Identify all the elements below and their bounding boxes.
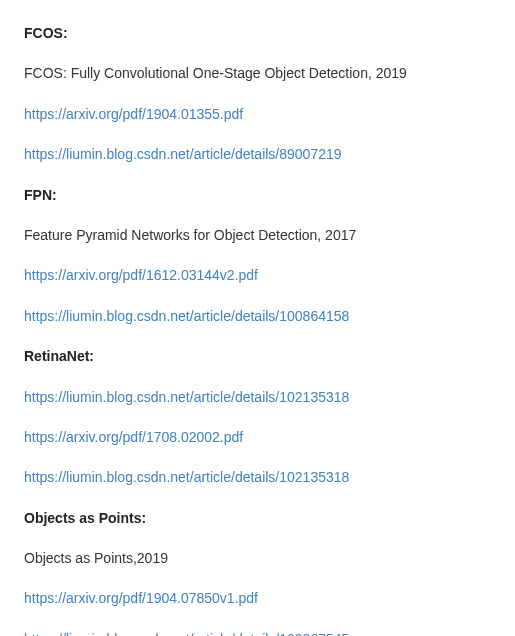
link-retinanet-csdn-2[interactable]: https://liumin.blog.csdn.net/article/det… — [24, 469, 349, 485]
link-line: https://liumin.blog.csdn.net/article/det… — [24, 143, 491, 165]
text-objects-as-points-title: Objects as Points,2019 — [24, 547, 491, 569]
link-line: https://liumin.blog.csdn.net/article/det… — [24, 466, 491, 488]
section-heading-fcos: FCOS: — [24, 22, 491, 44]
link-fpn-arxiv[interactable]: https://arxiv.org/pdf/1612.03144v2.pdf — [24, 267, 258, 283]
link-objects-arxiv[interactable]: https://arxiv.org/pdf/1904.07850v1.pdf — [24, 590, 258, 606]
section-heading-fpn: FPN: — [24, 184, 491, 206]
link-line: https://arxiv.org/pdf/1904.01355.pdf — [24, 103, 491, 125]
link-fcos-arxiv[interactable]: https://arxiv.org/pdf/1904.01355.pdf — [24, 106, 243, 122]
text-fcos-title: FCOS: Fully Convolutional One-Stage Obje… — [24, 62, 491, 84]
link-fpn-csdn[interactable]: https://liumin.blog.csdn.net/article/det… — [24, 308, 349, 324]
document-content: FCOS: FCOS: Fully Convolutional One-Stag… — [24, 22, 491, 636]
link-fcos-csdn[interactable]: https://liumin.blog.csdn.net/article/det… — [24, 146, 342, 162]
link-line: https://arxiv.org/pdf/1904.07850v1.pdf — [24, 587, 491, 609]
link-line: https://liumin.blog.csdn.net/article/det… — [24, 386, 491, 408]
link-line: https://arxiv.org/pdf/1708.02002.pdf — [24, 426, 491, 448]
link-retinanet-arxiv[interactable]: https://arxiv.org/pdf/1708.02002.pdf — [24, 429, 243, 445]
section-heading-objects-as-points: Objects as Points: — [24, 507, 491, 529]
link-line: https://arxiv.org/pdf/1612.03144v2.pdf — [24, 264, 491, 286]
link-line: https://liumin.blog.csdn.net/article/det… — [24, 305, 491, 327]
section-heading-retinanet: RetinaNet: — [24, 345, 491, 367]
link-objects-csdn[interactable]: https://liumin.blog.csdn.net/article/det… — [24, 631, 349, 636]
text-fpn-title: Feature Pyramid Networks for Object Dete… — [24, 224, 491, 246]
link-retinanet-csdn-1[interactable]: https://liumin.blog.csdn.net/article/det… — [24, 389, 349, 405]
link-line: https://liumin.blog.csdn.net/article/det… — [24, 628, 491, 636]
